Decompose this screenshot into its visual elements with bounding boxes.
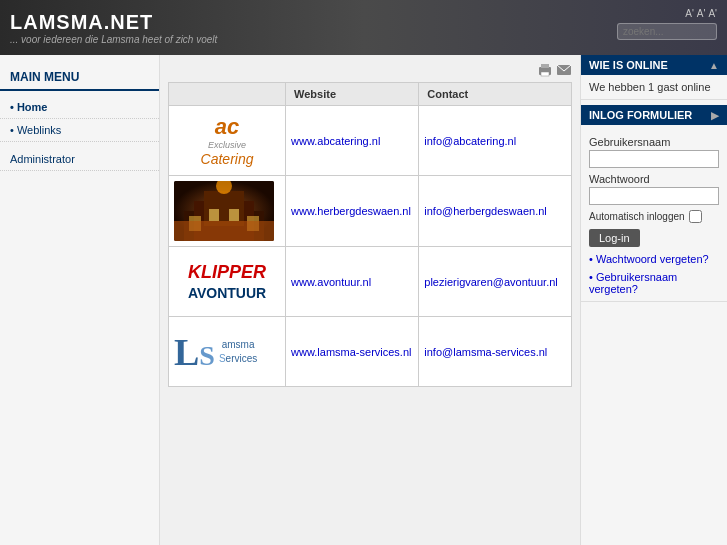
- header: LAMSMA.NET ... voor iedereen die Lamsma …: [0, 0, 727, 55]
- website-cell-abc: www.abcatering.nl: [286, 106, 419, 176]
- font-large-button[interactable]: A': [708, 8, 717, 19]
- site-title: LAMSMA.NET: [10, 11, 217, 34]
- sidebar-item-administrator[interactable]: Administrator: [0, 142, 159, 171]
- herberg-logo: [174, 181, 274, 241]
- sidebar-weblinks-link[interactable]: Weblinks: [10, 124, 61, 136]
- login-button[interactable]: Log-in: [589, 229, 640, 247]
- contact-cell-herberg: info@herbergdeswaen.nl: [419, 176, 572, 247]
- klipper-contact-link[interactable]: plezierigvaren@avontuur.nl: [424, 276, 557, 288]
- inlog-formulier-section: INLOG FORMULIER ▶ Gebruikersnaam Wachtwo…: [581, 105, 727, 302]
- sidebar-home-link[interactable]: Home: [10, 101, 47, 113]
- search-input[interactable]: [617, 23, 717, 40]
- table-row: ac Exclusive Catering www.abcatering.nl …: [169, 106, 572, 176]
- content-table: Website Contact ac Exclusive Catering: [168, 82, 572, 387]
- wie-is-online-section: WIE IS ONLINE ▲ We hebben 1 gast online: [581, 55, 727, 100]
- svg-rect-9: [189, 216, 201, 231]
- col-header-website: Website: [286, 83, 419, 106]
- sidebar-item-home[interactable]: Home: [0, 96, 159, 119]
- password-input[interactable]: [589, 187, 719, 205]
- website-cell-klipper: www.avontuur.nl: [286, 247, 419, 317]
- main-layout: MAIN MENU Home Weblinks Administrator: [0, 55, 727, 545]
- logo-cell-klipper: KLIPPER AVONTUUR: [169, 247, 286, 317]
- auto-login-label: Automatisch inloggen: [589, 211, 685, 222]
- col-header-contact: Contact: [419, 83, 572, 106]
- logo-cell-abc: ac Exclusive Catering: [169, 106, 286, 176]
- auto-login-row: Automatisch inloggen: [589, 210, 719, 223]
- website-cell-herberg: www.herbergdeswaen.nl: [286, 176, 419, 247]
- wie-is-online-title: WIE IS ONLINE ▲: [581, 55, 727, 75]
- wie-is-online-content: We hebben 1 gast online: [581, 75, 727, 100]
- header-controls: A' A' A': [617, 8, 717, 40]
- herberg-website-link[interactable]: www.herbergdeswaen.nl: [291, 205, 411, 217]
- left-sidebar: MAIN MENU Home Weblinks Administrator: [0, 55, 160, 545]
- font-medium-button[interactable]: A': [697, 8, 706, 19]
- abc-contact-link[interactable]: info@abcatering.nl: [424, 135, 516, 147]
- svg-rect-11: [209, 209, 219, 221]
- site-title-block: LAMSMA.NET ... voor iedereen die Lamsma …: [10, 11, 217, 45]
- main-menu-title: MAIN MENU: [0, 65, 159, 91]
- main-content: Website Contact ac Exclusive Catering: [160, 55, 580, 545]
- svg-rect-7: [204, 191, 244, 226]
- print-icon[interactable]: [537, 63, 553, 77]
- logo-cell-herberg: [169, 176, 286, 247]
- auto-login-checkbox[interactable]: [689, 210, 702, 223]
- contact-cell-abc: info@abcatering.nl: [419, 106, 572, 176]
- content-toolbar: [168, 63, 572, 77]
- email-icon[interactable]: [556, 63, 572, 77]
- contact-cell-lamsma: info@lamsma-services.nl: [419, 317, 572, 387]
- inlog-form-content: Gebruikersnaam Wachtwoord Automatisch in…: [581, 125, 727, 302]
- username-input[interactable]: [589, 150, 719, 168]
- table-row: KLIPPER AVONTUUR www.avontuur.nl plezier…: [169, 247, 572, 317]
- lamsma-logo: LS amsma Services: [174, 333, 280, 371]
- abc-logo: ac Exclusive Catering: [174, 114, 280, 168]
- sidebar-admin-link[interactable]: Administrator: [10, 153, 75, 165]
- klipper-logo: KLIPPER AVONTUUR: [174, 261, 280, 303]
- table-row: www.herbergdeswaen.nl info@herbergdeswae…: [169, 176, 572, 247]
- font-small-button[interactable]: A': [685, 8, 694, 19]
- logo-cell-lamsma: LS amsma Services: [169, 317, 286, 387]
- forgot-username-link[interactable]: Gebruikersnaam vergeten?: [589, 271, 719, 295]
- lamsma-website-link[interactable]: www.lamsma-services.nl: [291, 346, 411, 358]
- website-cell-lamsma: www.lamsma-services.nl: [286, 317, 419, 387]
- wie-arrow-icon: ▲: [709, 60, 719, 71]
- password-label: Wachtwoord: [589, 173, 719, 185]
- contact-cell-klipper: plezierigvaren@avontuur.nl: [419, 247, 572, 317]
- username-label: Gebruikersnaam: [589, 136, 719, 148]
- klipper-website-link[interactable]: www.avontuur.nl: [291, 276, 371, 288]
- svg-rect-2: [541, 72, 549, 76]
- abc-website-link[interactable]: www.abcatering.nl: [291, 135, 380, 147]
- svg-rect-10: [247, 216, 259, 231]
- lamsma-contact-link[interactable]: info@lamsma-services.nl: [424, 346, 547, 358]
- svg-rect-1: [541, 64, 549, 68]
- forgot-password-link[interactable]: Wachtwoord vergeten?: [589, 253, 719, 265]
- table-row: LS amsma Services www.lamsma-services.nl…: [169, 317, 572, 387]
- col-header-logo: [169, 83, 286, 106]
- svg-rect-12: [229, 209, 239, 221]
- inlog-arrow-icon: ▶: [711, 110, 719, 121]
- right-sidebar: WIE IS ONLINE ▲ We hebben 1 gast online …: [580, 55, 727, 545]
- font-size-controls: A' A' A': [685, 8, 717, 19]
- herberg-contact-link[interactable]: info@herbergdeswaen.nl: [424, 205, 546, 217]
- site-subtitle: ... voor iedereen die Lamsma heet of zic…: [10, 34, 217, 45]
- table-header-row: Website Contact: [169, 83, 572, 106]
- inlog-formulier-title: INLOG FORMULIER ▶: [581, 105, 727, 125]
- sidebar-item-weblinks[interactable]: Weblinks: [0, 119, 159, 142]
